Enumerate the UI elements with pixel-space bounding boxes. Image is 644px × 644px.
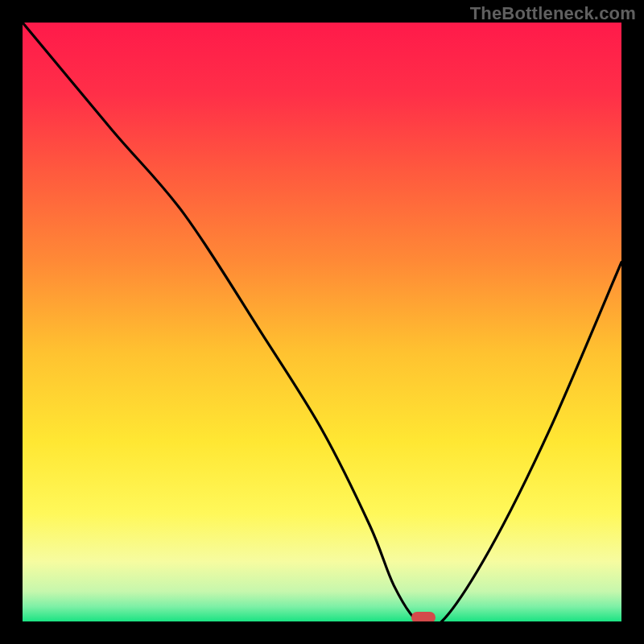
chart-frame: TheBottleneck.com bbox=[0, 0, 644, 644]
watermark-text: TheBottleneck.com bbox=[470, 3, 636, 24]
plot-area bbox=[23, 23, 621, 621]
optimal-marker bbox=[411, 612, 436, 621]
bottleneck-curve bbox=[23, 23, 621, 621]
